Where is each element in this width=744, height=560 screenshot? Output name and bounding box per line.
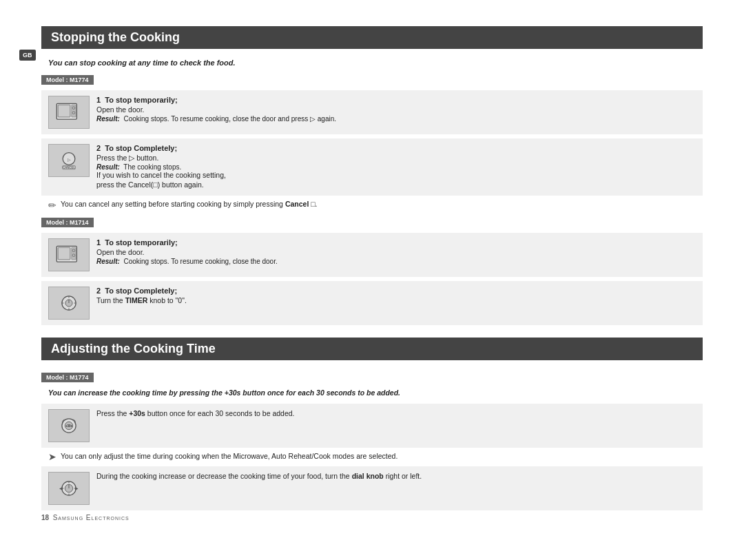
adjust-step-dial-content: During the cooking increase or decrease … [96, 472, 696, 481]
timer-knob-icon [48, 287, 90, 320]
adjusting-title: Adjusting the Cooking Time [41, 338, 703, 360]
adjust-note: ➤ You can only adjust the time during co… [48, 452, 696, 462]
adjusting-intro: You can increase the cooking time by pre… [48, 388, 703, 398]
stop-m1714-step1-content: 1 To stop temporarily; Open the door. Re… [96, 238, 696, 265]
stop-m1714-step1: 1 To stop temporarily; Open the door. Re… [41, 233, 703, 277]
stop-m1774-step2-content: 2 To stop Completely; Press the ▷ button… [96, 144, 696, 190]
stop-m1714-step2: 2 To stop Completely; Turn the TIMER kno… [41, 281, 703, 325]
adjust-step-dial: ◀ ▶ During the cooking increase or decre… [41, 466, 703, 510]
step-press: Press the ▷ button. [96, 154, 696, 162]
adjust-step-plus30: +30s Press the +30s button once for each… [41, 404, 703, 448]
model-badge-m1774-stop: Model : M1774 [41, 75, 94, 85]
svg-text:+30s: +30s [65, 424, 73, 428]
stop-m1774-step1: 1 To stop temporarily; Open the door. Re… [41, 90, 703, 134]
stopping-title: Stopping the Cooking [41, 26, 703, 49]
page-number: 18 [41, 514, 49, 521]
svg-text:CANCEL: CANCEL [63, 166, 75, 169]
stop-m1714-step2-content: 2 To stop Completely; Turn the TIMER kno… [96, 287, 696, 306]
cancel-button-icon: ▷ CANCEL [48, 144, 90, 177]
svg-text:▶: ▶ [75, 486, 79, 490]
plus30-text: Press the +30s button once for each 30 s… [96, 409, 696, 417]
model-m1774-adjusting: Model : M1774 You can increase the cooki… [41, 370, 703, 510]
step-num: 1 To stop temporarily; [96, 96, 696, 104]
step-result: Result: Cooking stops. To resume cooking… [96, 115, 696, 123]
stop-m1774-step2: ▷ CANCEL 2 To stop Completely; Press the… [41, 138, 703, 196]
step-timer: Turn the TIMER knob to "0". [96, 296, 696, 304]
model-m1774-stopping: Model : M1774 1 To stop temporarily; Ope… [41, 72, 703, 211]
page: GB Stopping the Cooking You can stop coo… [0, 0, 744, 535]
stopping-section: Stopping the Cooking You can stop cookin… [41, 26, 703, 325]
microwave-icon-m1714 [48, 238, 90, 271]
svg-text:▷: ▷ [68, 157, 71, 162]
model-m1714-stopping: Model : M1714 1 To stop temporarily; Ope… [41, 215, 703, 325]
step-result-1714: Result: Cooking stops. To resume cooking… [96, 258, 696, 265]
step-cancel-info2: press the Cancel(□) button again. [96, 180, 696, 189]
arrow-icon: ➤ [48, 451, 56, 462]
microwave-icon [48, 96, 90, 129]
model-badge-m1714-stop: Model : M1714 [41, 218, 94, 227]
step-open-door: Open the door. [96, 105, 696, 114]
footer: 18 Samsung Electronics [41, 514, 130, 521]
adjust-step-plus30-content: Press the +30s button once for each 30 s… [96, 409, 696, 419]
step-num-2: 2 To stop Completely; [96, 144, 696, 152]
stop-m1774-step1-content: 1 To stop temporarily; Open the door. Re… [96, 96, 696, 123]
svg-rect-1 [58, 105, 70, 117]
brand-name: Samsung Electronics [53, 514, 130, 521]
svg-text:◀: ◀ [59, 486, 63, 490]
step-cancel-info: If you wish to cancel the cooking settin… [96, 171, 696, 179]
svg-rect-10 [58, 247, 70, 260]
step-open-door-1714: Open the door. [96, 248, 696, 256]
adjust-note-text: You can only adjust the time during cook… [61, 452, 397, 460]
stop-m1774-note: ✏ You can cancel any setting before star… [48, 200, 696, 211]
step-result2: Result: The cooking stops. [96, 163, 696, 171]
adjusting-section: Adjusting the Cooking Time Model : M1774… [41, 338, 703, 510]
dial-knob-icon: ◀ ▶ [48, 472, 90, 505]
step-num-1714: 1 To stop temporarily; [96, 238, 696, 247]
note-text: You can cancel any setting before starti… [61, 200, 318, 208]
gb-badge: GB [19, 50, 36, 61]
dial-text: During the cooking increase or decrease … [96, 472, 696, 480]
step-num-2-1714: 2 To stop Completely; [96, 287, 696, 295]
model-badge-m1774-adj: Model : M1774 [41, 373, 94, 382]
stopping-intro: You can stop cooking at any time to chec… [48, 59, 703, 67]
plus30s-icon: +30s [48, 409, 90, 442]
pencil-icon: ✏ [48, 200, 56, 211]
